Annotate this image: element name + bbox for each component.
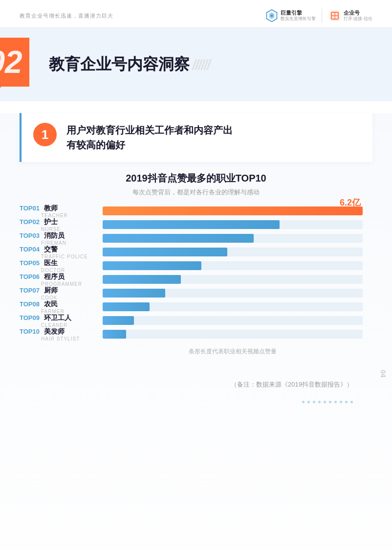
section-title: 教育企业号内容洞察 <box>44 54 190 75</box>
table-row: TOP09 环卫工人 CLEANER <box>103 316 363 328</box>
svg-point-2 <box>270 14 273 17</box>
page-number: 04 <box>379 370 387 378</box>
bar-track <box>103 330 363 339</box>
bar-name-cn: 厨师 <box>44 286 58 295</box>
bar-name-cn: 医生 <box>44 259 58 268</box>
jvliang-text: 巨量引擎 数实生意增长引擎 <box>281 10 316 22</box>
bar-label-top: TOP09 环卫工人 <box>20 314 98 322</box>
bar-label-col: TOP07 厨师 COOK <box>20 286 98 300</box>
bar-name-en: HAIR STYLIST <box>20 336 98 342</box>
section-number: 02 <box>0 46 22 78</box>
bar-track <box>103 248 363 256</box>
bar-track <box>103 289 363 298</box>
table-row: TOP03 消防员 FIREMAN <box>103 234 363 246</box>
bar-row-inner: TOP10 美发师 HAIR STYLIST <box>103 330 363 339</box>
dot <box>313 401 315 403</box>
bar-label-top: TOP06 程序员 <box>20 273 98 281</box>
deco-lines <box>194 59 210 70</box>
bar-label-col: TOP05 医生 DOCTOR <box>20 259 98 273</box>
table-row: TOP04 交警 TRAFFIC POLICE <box>103 248 363 259</box>
table-row: TOP02 护士 NURSE <box>103 220 363 232</box>
bar-fill <box>103 248 227 256</box>
header-logos: 巨量引擎 数实生意增长引擎 企业号 打开·连接·信任 <box>265 9 372 23</box>
bar-row-inner: TOP06 程序员 PROGRAMMER <box>103 275 363 284</box>
bar-label-top: TOP01 教师 <box>20 204 98 213</box>
qiye-icon <box>328 9 342 23</box>
chart-note: 条形长度代表职业相关视频点赞量 <box>103 347 363 356</box>
table-row: TOP01 教师 TEACHER <box>103 206 363 218</box>
page-header: 教育企业号增长迅速，直播潜力巨大 巨量引擎 数实生意增长引擎 <box>0 0 392 28</box>
jvliang-icon <box>265 9 279 23</box>
dot <box>350 401 353 403</box>
chart-section: 2019抖音点赞最多的职业TOP10 每次点赞背后，都是对各行各业的理解与感动 … <box>20 172 372 356</box>
insight-block: 1 用户对教育行业相关工作者和内容产出有较高的偏好 <box>20 113 372 162</box>
bar-fill <box>103 261 201 270</box>
bar-label-top: TOP05 医生 <box>20 259 98 268</box>
bar-label-top: TOP07 厨师 <box>20 286 98 295</box>
bar-row-inner: TOP03 消防员 FIREMAN <box>103 234 363 243</box>
header-subtitle: 教育企业号增长迅速，直播潜力巨大 <box>20 12 113 20</box>
bar-label-top: TOP03 消防员 <box>20 231 98 240</box>
main-content: 1 用户对教育行业相关工作者和内容产出有较高的偏好 2019抖音点赞最多的职业T… <box>0 113 392 550</box>
bar-rank: TOP04 <box>20 246 41 253</box>
bar-track <box>103 302 363 311</box>
bar-rank: TOP02 <box>20 218 41 226</box>
table-row: TOP05 医生 DOCTOR <box>103 261 363 273</box>
dot <box>318 401 321 403</box>
bar-fill <box>103 289 165 298</box>
table-row: TOP06 程序员 PROGRAMMER <box>103 275 363 287</box>
bar-label-top: TOP08 农民 <box>20 300 98 309</box>
bar-name-cn: 农民 <box>44 300 58 309</box>
bar-rank: TOP03 <box>20 232 41 239</box>
dot <box>307 401 310 403</box>
bar-rank: TOP09 <box>20 314 41 321</box>
bar-fill <box>103 220 280 229</box>
bar-track <box>103 261 363 270</box>
bar-fill <box>103 330 126 339</box>
bar-track <box>103 234 363 243</box>
bar-row-inner: TOP07 厨师 COOK <box>103 289 363 298</box>
bar-fill <box>103 316 134 325</box>
bar-track <box>103 275 363 284</box>
dot <box>345 401 348 403</box>
section-number-block: 02 <box>0 38 44 92</box>
dot <box>340 401 342 403</box>
bar-label-top: TOP10 美发师 <box>20 327 98 336</box>
dot <box>302 401 305 403</box>
dots-decoration <box>20 401 372 403</box>
bar-track <box>103 206 363 215</box>
logo-divider <box>322 9 322 23</box>
bar-track <box>103 220 363 229</box>
bar-rank: TOP05 <box>20 259 41 267</box>
bar-rank: TOP10 <box>20 328 41 335</box>
bar-name-cn: 程序员 <box>44 273 65 281</box>
bar-fill <box>103 206 363 215</box>
bar-rank: TOP01 <box>20 205 41 212</box>
bar-label-col: TOP09 环卫工人 CLEANER <box>20 314 98 328</box>
dot <box>324 401 326 403</box>
bar-label-col: TOP02 护士 NURSE <box>20 218 98 232</box>
bar-label-col: TOP03 消防员 FIREMAN <box>20 231 98 246</box>
table-row: TOP10 美发师 HAIR STYLIST <box>103 330 363 339</box>
qiye-text: 企业号 打开·连接·信任 <box>344 10 372 22</box>
bar-name-cn: 教师 <box>44 204 58 213</box>
bar-rank: TOP08 <box>20 300 41 308</box>
bar-label-col: TOP08 农民 FARMER <box>20 300 98 314</box>
bar-track <box>103 316 363 325</box>
chart-subtitle: 每次点赞背后，都是对各行各业的理解与感动 <box>20 188 372 197</box>
bar-rank: TOP06 <box>20 273 41 280</box>
insight-number: 1 <box>33 123 57 146</box>
bar-row-inner: TOP05 医生 DOCTOR <box>103 261 363 270</box>
table-row: TOP08 农民 FARMER <box>103 302 363 314</box>
bar-name-cn: 美发师 <box>44 327 65 336</box>
bar-rank: TOP07 <box>20 287 41 294</box>
chart-title: 2019抖音点赞最多的职业TOP10 <box>20 172 372 185</box>
bar-name-cn: 环卫工人 <box>44 314 71 322</box>
bar-chart: 6.2亿 TOP01 教师 TEACHER <box>20 206 372 356</box>
dot <box>329 401 331 403</box>
bar-name-cn: 交警 <box>44 245 58 254</box>
bar-label-col: TOP10 美发师 HAIR STYLIST <box>20 327 98 342</box>
footer-note: （备注：数据来源《2019抖音数据报告》） <box>20 370 372 399</box>
bar-name-cn: 消防员 <box>44 231 65 240</box>
table-row: TOP07 厨师 COOK <box>103 289 363 300</box>
